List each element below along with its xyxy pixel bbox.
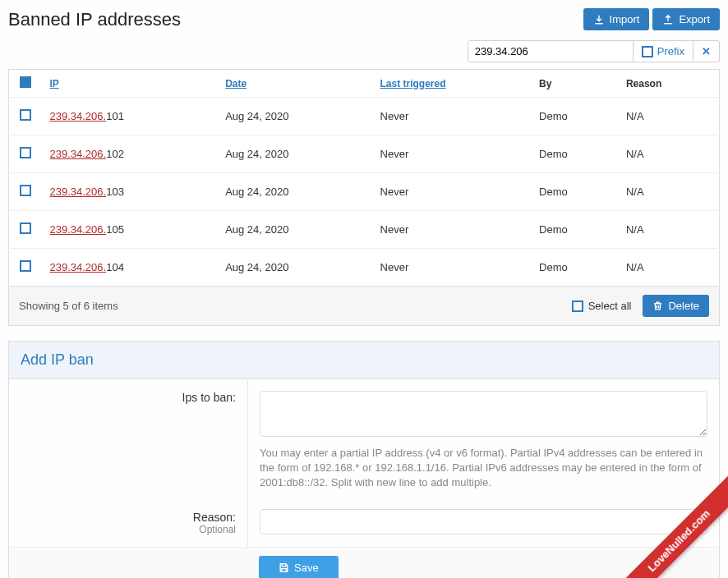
trash-icon xyxy=(652,300,663,311)
cell-last-triggered: Never xyxy=(372,98,532,135)
close-icon: ✕ xyxy=(702,45,711,57)
row-checkbox[interactable] xyxy=(20,260,31,272)
save-label: Save xyxy=(294,562,319,574)
row-checkbox[interactable] xyxy=(20,222,31,234)
save-button[interactable]: Save xyxy=(259,556,339,578)
search-input[interactable] xyxy=(468,41,633,62)
prefix-label: Prefix xyxy=(657,45,684,57)
ip-rest: 103 xyxy=(106,186,124,198)
table-row: 239.34.206.103Aug 24, 2020NeverDemoN/A xyxy=(9,173,720,211)
ip-link[interactable]: 239.34.206. xyxy=(50,148,107,160)
ips-label: Ips to ban: xyxy=(9,391,236,404)
row-checkbox[interactable] xyxy=(20,109,31,121)
table-row: 239.34.206.101Aug 24, 2020NeverDemoN/A xyxy=(9,98,720,135)
cell-reason: N/A xyxy=(618,211,720,249)
search-box: Prefix ✕ xyxy=(468,40,720,62)
cell-reason: N/A xyxy=(618,249,720,287)
import-label: Import xyxy=(610,13,640,25)
cell-reason: N/A xyxy=(618,173,720,211)
cell-last-triggered: Never xyxy=(372,249,532,287)
ip-link[interactable]: 239.34.206. xyxy=(50,186,107,198)
ip-rest: 101 xyxy=(106,110,124,122)
cell-last-triggered: Never xyxy=(372,211,532,249)
table-row: 239.34.206.105Aug 24, 2020NeverDemoN/A xyxy=(9,211,720,249)
cell-by: Demo xyxy=(531,173,618,211)
ip-rest: 102 xyxy=(106,148,124,160)
select-all-label: Select all xyxy=(588,300,632,312)
cell-reason: N/A xyxy=(618,98,720,135)
row-checkbox[interactable] xyxy=(20,147,31,158)
cell-date: Aug 24, 2020 xyxy=(217,173,371,211)
cell-last-triggered: Never xyxy=(372,173,532,211)
col-date[interactable]: Date xyxy=(217,70,371,98)
header-checkbox[interactable] xyxy=(20,76,31,88)
ip-rest: 104 xyxy=(106,261,124,273)
save-icon xyxy=(279,562,289,573)
export-icon xyxy=(662,14,674,25)
cell-by: Demo xyxy=(531,135,618,173)
cell-reason: N/A xyxy=(618,135,720,173)
delete-label: Delete xyxy=(668,300,699,312)
ips-textarea[interactable] xyxy=(260,391,707,437)
delete-button[interactable]: Delete xyxy=(643,295,709,317)
prefix-checkbox-icon xyxy=(642,46,653,57)
reason-label: Reason: xyxy=(9,511,236,524)
ip-rest: 105 xyxy=(106,223,124,236)
clear-search-button[interactable]: ✕ xyxy=(693,41,719,62)
export-label: Export xyxy=(679,13,710,25)
import-icon xyxy=(593,14,605,25)
cell-by: Demo xyxy=(531,98,618,135)
cell-date: Aug 24, 2020 xyxy=(217,135,371,173)
reason-input[interactable] xyxy=(260,509,707,534)
form-title: Add IP ban xyxy=(9,342,719,379)
ips-help-text: You may enter a partial IP address (v4 o… xyxy=(260,446,707,491)
row-checkbox[interactable] xyxy=(20,185,31,196)
cell-date: Aug 24, 2020 xyxy=(217,211,371,249)
cell-by: Demo xyxy=(531,211,618,249)
col-reason: Reason xyxy=(618,70,720,98)
select-all-button[interactable]: Select all xyxy=(572,300,632,312)
table-row: 239.34.206.102Aug 24, 2020NeverDemoN/A xyxy=(9,135,720,173)
col-by: By xyxy=(531,70,618,98)
table-row: 239.34.206.104Aug 24, 2020NeverDemoN/A xyxy=(9,249,720,287)
ip-link[interactable]: 239.34.206. xyxy=(50,261,107,273)
cell-date: Aug 24, 2020 xyxy=(217,249,371,287)
page-title: Banned IP addresses xyxy=(8,9,181,30)
cell-last-triggered: Never xyxy=(372,135,532,173)
import-button[interactable]: Import xyxy=(583,8,650,30)
export-button[interactable]: Export xyxy=(652,8,720,30)
col-last-triggered[interactable]: Last triggered xyxy=(372,70,532,98)
cell-by: Demo xyxy=(531,249,618,287)
col-ip[interactable]: IP xyxy=(42,70,218,98)
showing-count: Showing 5 of 6 items xyxy=(19,300,118,312)
select-all-checkbox-icon xyxy=(572,300,583,312)
ip-table: IP Date Last triggered By Reason 239.34.… xyxy=(8,69,720,287)
ip-link[interactable]: 239.34.206. xyxy=(50,110,107,122)
cell-date: Aug 24, 2020 xyxy=(217,98,371,135)
reason-sublabel: Optional xyxy=(9,524,236,535)
prefix-toggle[interactable]: Prefix xyxy=(633,41,693,62)
ip-link[interactable]: 239.34.206. xyxy=(50,223,107,236)
